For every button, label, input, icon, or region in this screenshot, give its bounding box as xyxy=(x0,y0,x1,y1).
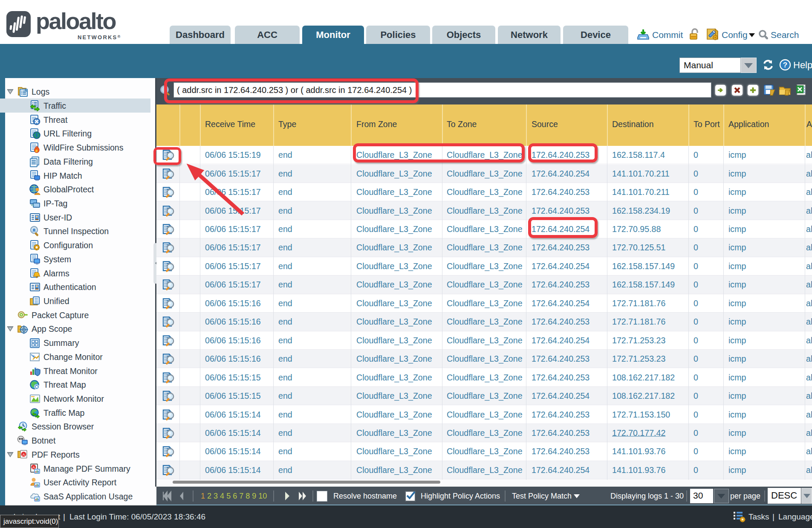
svg-text:?: ? xyxy=(783,61,787,69)
svg-text:A: A xyxy=(22,452,25,456)
svg-text:A: A xyxy=(32,465,35,469)
